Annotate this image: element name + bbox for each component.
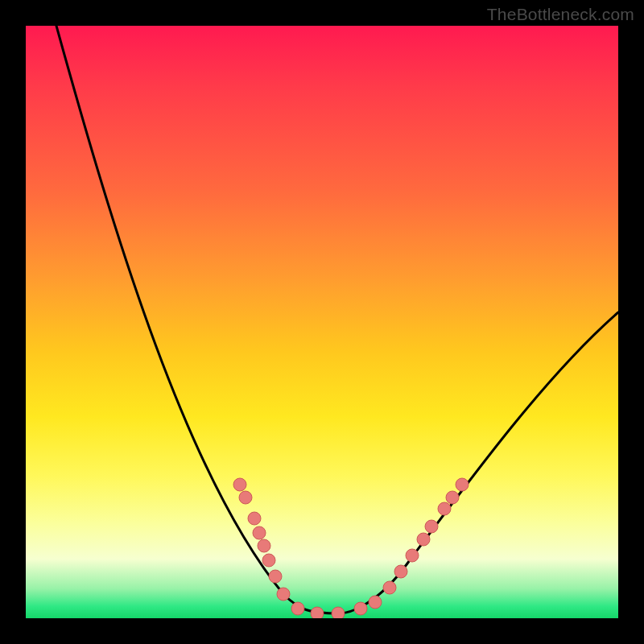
curve-marker — [446, 491, 459, 504]
curve-marker — [258, 539, 270, 552]
curve-markers — [233, 478, 469, 618]
curve-marker — [277, 588, 290, 601]
curve-marker — [369, 596, 382, 609]
curve-marker — [417, 533, 430, 546]
watermark-text: TheBottleneck.com — [487, 5, 634, 24]
chart-frame: TheBottleneck.com — [0, 0, 644, 644]
curve-marker — [456, 478, 469, 491]
curve-marker — [253, 526, 266, 539]
curve-marker — [438, 502, 451, 515]
curve-marker — [269, 570, 282, 583]
curve-marker — [239, 491, 252, 504]
curve-marker — [354, 602, 367, 615]
curve-marker — [332, 607, 345, 618]
curve-marker — [262, 554, 275, 567]
curve-marker — [248, 512, 261, 525]
plot-area — [26, 26, 618, 618]
curve-marker — [406, 549, 419, 562]
bottleneck-curve — [56, 26, 618, 613]
curve-marker — [383, 581, 396, 594]
curve-marker — [425, 520, 438, 533]
curve-marker — [311, 607, 324, 618]
curve-marker — [233, 478, 246, 491]
curve-marker — [291, 602, 304, 615]
curve-marker — [394, 565, 407, 578]
curve-layer — [26, 26, 618, 618]
